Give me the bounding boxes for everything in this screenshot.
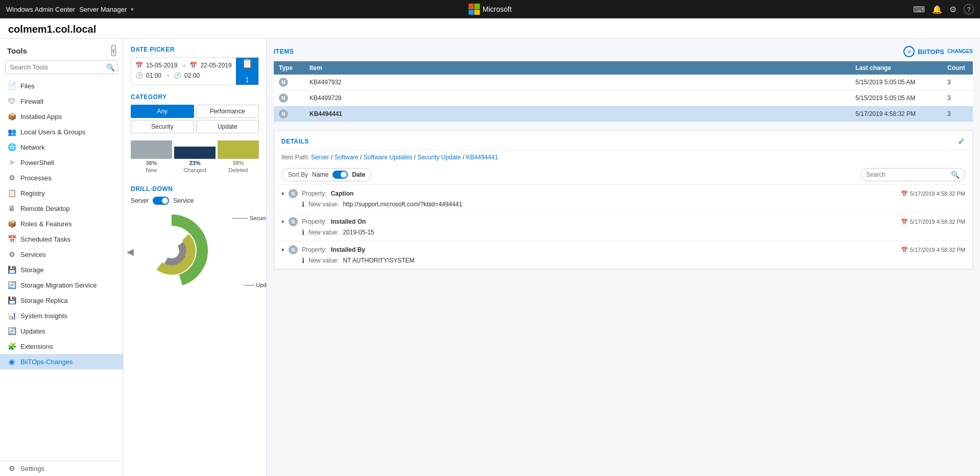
scheduled-tasks-icon: 📅 [7, 235, 16, 243]
sidebar-item-firewall[interactable]: 🛡Firewall [0, 93, 123, 109]
help-icon[interactable]: ? [964, 4, 974, 14]
sidebar-item-biitops[interactable]: ◉BiiTOps-Changes [0, 354, 123, 369]
sidebar-item-storage-replica[interactable]: 💾Storage Replica [0, 293, 123, 308]
start-time[interactable]: 01:00 [146, 72, 161, 79]
collapse-sidebar-button[interactable]: ‹ [111, 45, 116, 56]
n-badge: N [289, 189, 298, 198]
sidebar-item-settings[interactable]: ⚙ Settings [0, 461, 123, 476]
search-details-icon[interactable]: 🔍 [951, 171, 960, 179]
drill-down-title: DRILL-DOWN [131, 185, 259, 193]
breadcrumb-security-update[interactable]: Security Update [417, 154, 461, 161]
detail-value-row: ℹ New value: NT AUTHORITY\SYSTEM [281, 254, 965, 265]
registry-icon: 📋 [7, 189, 16, 197]
sidebar-item-extensions[interactable]: 🧩Extensions [0, 339, 123, 354]
topbar-center: Microsoft [468, 4, 512, 15]
date-row-dates: 📅 15-05-2019 → 📅 22-05-2019 [135, 62, 232, 69]
items-table: Type Item Last change Count N KB4497932 … [274, 61, 973, 122]
col-count: Count [942, 61, 973, 75]
sort-date-option[interactable]: Date [352, 171, 365, 178]
sort-name-option[interactable]: Name [312, 171, 328, 178]
end-time[interactable]: 02:00 [184, 72, 200, 79]
table-row[interactable]: N KB4494441 5/17/2019 4:58:32 PM 3 [274, 106, 973, 122]
sort-toggle[interactable] [332, 171, 348, 179]
table-row[interactable]: N KB4497932 5/15/2019 5:05:05 AM 3 [274, 75, 973, 90]
category-update-button[interactable]: Update [196, 120, 259, 133]
detail-row-header[interactable]: ▾ N Property: Installed By 📅 5/17/2019 4… [281, 245, 965, 254]
detail-row-header[interactable]: ▾ N Property: Installed On 📅 5/17/2019 4… [281, 217, 965, 226]
sidebar-item-registry[interactable]: 📋Registry [0, 185, 123, 201]
new-value-text: http://support.microsoft.com/?kbid=44944… [343, 201, 462, 208]
detail-left: ▾ N Property: Installed On [281, 217, 366, 226]
roles-features-icon: 📦 [7, 220, 16, 228]
topbar-left: Windows Admin Center Server Manager ▾ [6, 6, 134, 13]
cal-icon: 📅 [901, 247, 908, 253]
sidebar-item-remote-desktop[interactable]: 🖥Remote Desktop [0, 201, 123, 216]
sidebar-item-label: Installed Apps [20, 113, 62, 121]
storage-migration-icon: 🔄 [7, 281, 16, 289]
table-row[interactable]: N KB4499728 5/15/2019 5:05:05 AM 3 [274, 90, 973, 106]
property-name: Installed On [331, 218, 366, 225]
calendar-nav-icon[interactable]: 📋 [242, 58, 253, 69]
microsoft-logo [468, 4, 480, 15]
details-expand-button[interactable]: ✓ [958, 136, 965, 147]
sidebar-item-scheduled-tasks[interactable]: 📅Scheduled Tasks [0, 231, 123, 247]
bell-icon[interactable]: 🔔 [932, 5, 942, 14]
server-manager-btn[interactable]: Server Manager [79, 6, 127, 13]
sidebar-item-roles-features[interactable]: 📦Roles & Features [0, 216, 123, 231]
search-icon[interactable]: 🔍 [106, 63, 115, 72]
left-panel: DATE PICKER 📅 15-05-2019 → 📅 22-05-2019 [124, 39, 267, 476]
sidebar-item-files[interactable]: 📄Files [0, 78, 123, 93]
chevron-icon: ▾ [281, 247, 284, 253]
arrow-nav-icon[interactable]: ↕ [245, 74, 250, 85]
sidebar-item-system-insights[interactable]: 📊System Insights [0, 308, 123, 323]
sidebar-item-services[interactable]: ⚙Services [0, 247, 123, 262]
sidebar-item-updates[interactable]: 🔄Updates [0, 323, 123, 339]
search-tools-input[interactable] [5, 60, 118, 74]
sidebar-item-processes[interactable]: ⚙Processes [0, 170, 123, 185]
sidebar-item-label: Services [20, 251, 46, 258]
drill-toggle-switch[interactable] [153, 197, 169, 205]
changed-bar [174, 147, 216, 159]
breadcrumb-software-updates[interactable]: Software Updates [364, 154, 412, 161]
right-panel: ITEMS ≡ BiiTOPS CHANGES Type Item Last c… [267, 39, 980, 476]
settings-icon[interactable]: ⚙ [949, 5, 957, 14]
sort-search-row: Sort By Name Date 🔍 [274, 165, 972, 185]
sidebar-item-storage[interactable]: 💾Storage [0, 262, 123, 277]
end-date[interactable]: 22-05-2019 [200, 62, 231, 69]
sidebar-header: Tools ‹ [0, 39, 123, 60]
arrow-right-icon-2: → [164, 72, 171, 79]
sidebar-title: Tools [7, 46, 27, 55]
brand-name-text: BiiTOPS [918, 48, 944, 56]
donut-chart [131, 210, 212, 292]
breadcrumb-kb4494441[interactable]: KB4494441 [466, 154, 498, 161]
sidebar-footer: ⚙ Settings [0, 460, 123, 476]
sidebar-item-local-users[interactable]: 👥Local Users & Groups [0, 124, 123, 139]
drill-nav-left[interactable]: ◀ [127, 246, 134, 257]
local-users-icon: 👥 [7, 128, 16, 136]
category-performance-button[interactable]: Performance [196, 105, 259, 118]
topbar-right: ⌨ 🔔 ⚙ ? [913, 4, 974, 14]
sidebar-item-label: Scheduled Tasks [20, 235, 70, 243]
start-date[interactable]: 15-05-2019 [146, 62, 177, 69]
detail-row: ▾ N Property: Caption 📅 5/17/2019 4:58:3… [274, 185, 972, 213]
sidebar-divider [0, 458, 123, 458]
detail-row-header[interactable]: ▾ N Property: Caption 📅 5/17/2019 4:58:3… [281, 189, 965, 198]
category-any-button[interactable]: Any [131, 105, 194, 118]
category-security-button[interactable]: Security [131, 120, 194, 133]
sidebar-item-powershell[interactable]: >PowerShell [0, 155, 123, 170]
details-search-input[interactable] [866, 171, 948, 178]
deleted-bar [218, 140, 259, 159]
sidebar-item-network[interactable]: 🌐Network [0, 139, 123, 155]
sidebar-list: 📄Files🛡Firewall📦Installed Apps👥Local Use… [0, 78, 123, 456]
details-section: DETAILS ✓ Item Path: Server / Software /… [274, 130, 973, 270]
settings-label: Settings [20, 465, 44, 472]
breadcrumb-server[interactable]: Server [311, 154, 329, 161]
breadcrumb-software[interactable]: Software [334, 154, 358, 161]
row-item: KB4497932 [304, 75, 850, 90]
terminal-icon[interactable]: ⌨ [913, 5, 925, 14]
detail-value-row: ℹ New value: 2019-05-15 [281, 226, 965, 236]
sidebar-item-installed-apps[interactable]: 📦Installed Apps [0, 109, 123, 124]
sidebar-item-label: Storage [20, 266, 44, 274]
sidebar-item-storage-migration[interactable]: 🔄Storage Migration Service [0, 277, 123, 293]
category-title: CATEGORY [131, 93, 259, 101]
